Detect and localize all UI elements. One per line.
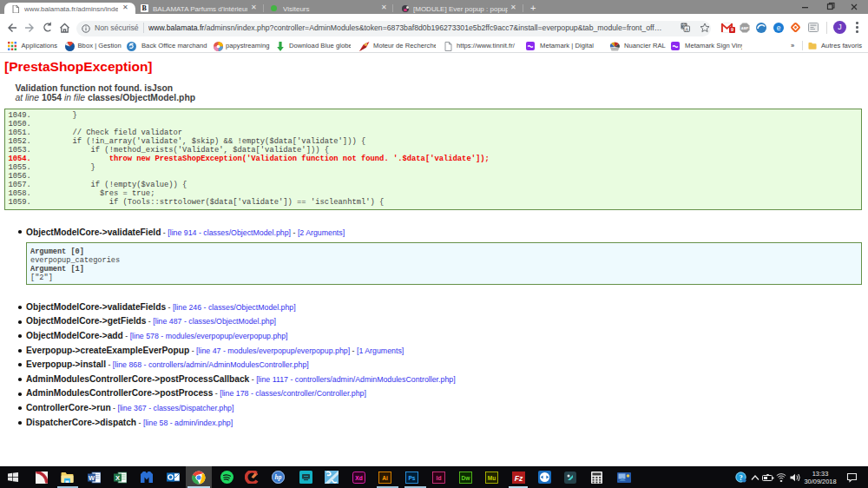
svg-text:X: X	[115, 473, 119, 481]
svg-text:A: A	[685, 27, 688, 32]
svg-text:Ps: Ps	[408, 474, 415, 480]
svg-text:hp: hp	[274, 473, 281, 481]
svg-text:e: e	[777, 23, 781, 31]
svg-text:Fz: Fz	[514, 473, 523, 482]
svg-text:Ai: Ai	[382, 474, 388, 480]
svg-text:Mu: Mu	[487, 474, 496, 480]
svg-text:ABP: ABP	[741, 26, 749, 30]
svg-text:W: W	[88, 473, 95, 481]
svg-text:Dw: Dw	[461, 474, 470, 480]
svg-text:Id: Id	[436, 474, 441, 480]
svg-text:Xd: Xd	[355, 474, 362, 480]
